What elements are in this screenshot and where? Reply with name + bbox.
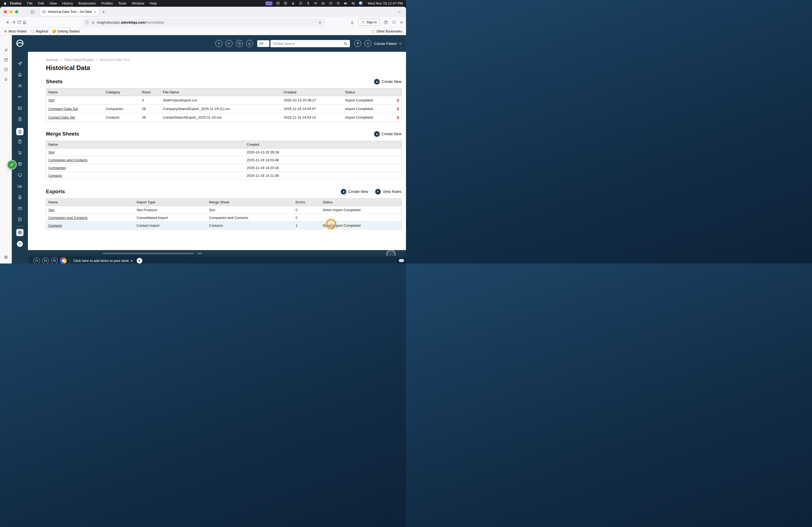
breadcrumb-item[interactable]: Settings [46, 58, 59, 62]
apple-menu-icon[interactable] [3, 1, 7, 5]
sidebar-handshake-icon[interactable] [17, 94, 22, 99]
adorbit-logo-icon[interactable] [16, 39, 24, 47]
help-button[interactable]: ? [354, 40, 361, 47]
menu-item-help[interactable]: Help [147, 1, 160, 5]
sidebar-tv-icon[interactable] [17, 172, 22, 177]
screen-share-icon[interactable] [265, 1, 273, 6]
bookmark-item[interactable]: Most Visited [4, 30, 27, 33]
export-name-link[interactable]: Slot [48, 208, 54, 212]
sheets-create-new-button[interactable]: + Create New [374, 79, 402, 85]
bookmark-item[interactable]: MagHub [31, 30, 48, 33]
clock-icon[interactable] [236, 40, 243, 47]
search-scope-select[interactable]: All [257, 40, 269, 47]
sidebar-help-icon[interactable]: ? [17, 241, 23, 247]
menu-item-tools[interactable]: Tools [116, 1, 129, 5]
user-menu-chevron-icon[interactable] [398, 42, 402, 45]
menu-hamburger-icon[interactable]: ≡ [400, 20, 403, 25]
browser-tab[interactable]: Historical Data Tool :: Ad Orbit × [40, 8, 98, 16]
play-circle-icon[interactable] [299, 1, 303, 5]
menu-item-bookmarks[interactable]: Bookmarks [76, 1, 99, 5]
user-avatar[interactable] [364, 40, 371, 47]
bluetooth-icon[interactable] [306, 1, 310, 5]
view-rules-button[interactable]: View Rules [375, 189, 402, 195]
menu-bar-clock[interactable]: Wed Nov 19 12:47 PM [367, 1, 403, 5]
colorful-asterisk-icon[interactable] [60, 257, 67, 264]
recents-clock-icon[interactable] [329, 1, 333, 5]
global-search-input[interactable] [273, 42, 344, 46]
gear-icon[interactable] [3, 255, 8, 259]
menu-item-window[interactable]: Window [129, 1, 147, 5]
bookmark-item[interactable]: Getting Started [52, 30, 79, 33]
sheet-name-link[interactable]: Company Data Set [48, 107, 78, 111]
sign-in-button[interactable]: Sign in [358, 19, 380, 26]
breadcrumb-item[interactable]: Data Import/Export [64, 58, 93, 62]
extensions-puzzle-icon[interactable] [392, 20, 396, 25]
new-tab-button[interactable]: + [102, 10, 105, 15]
sidebar-clipboard-check-icon[interactable] [17, 139, 22, 144]
sidebar-users-icon[interactable] [17, 84, 22, 88]
star-icon[interactable] [3, 77, 8, 81]
p-badge-icon[interactable] [276, 1, 280, 5]
merge-sheet-name-link[interactable]: Companies and Contacts [48, 158, 88, 162]
menu-item-firefox[interactable]: Firefox [7, 1, 24, 5]
other-bookmarks[interactable]: Other Bookmarks [372, 30, 402, 33]
bell-icon[interactable] [246, 40, 253, 47]
zoom-button[interactable] [15, 10, 18, 13]
sidebar-paper-plane-icon[interactable] [17, 61, 22, 66]
sparkle-ai-icon[interactable] [3, 48, 8, 52]
notes-icon[interactable] [284, 1, 288, 5]
envelope-icon[interactable] [42, 257, 49, 264]
spotlight-search-icon[interactable] [336, 1, 340, 5]
sidebar-database-icon[interactable] [17, 217, 22, 222]
sidebar-truck-icon[interactable] [17, 184, 22, 189]
sidebar-w2-file-icon[interactable]: W2 [17, 195, 22, 200]
sidebar-calendar-star-icon[interactable] [17, 162, 22, 166]
colorful-app-icon[interactable] [359, 1, 363, 5]
archive-box-icon[interactable] [3, 58, 8, 62]
menu-item-profiles[interactable]: Profiles [99, 1, 115, 5]
delete-row-button[interactable] [396, 107, 400, 111]
sidebar-file-lines-icon[interactable] [17, 117, 22, 122]
search-icon[interactable] [344, 42, 347, 46]
delete-row-button[interactable] [396, 115, 400, 120]
tab-list-chevron-icon[interactable] [397, 10, 401, 14]
export-name-link[interactable]: Companies and Contacts [48, 216, 88, 220]
bookmark-star-icon[interactable] [318, 20, 322, 25]
reload-icon[interactable] [17, 20, 21, 25]
sidebar-gear-icon[interactable] [16, 229, 24, 236]
close-button[interactable] [4, 10, 7, 13]
envelope-icon[interactable] [51, 257, 58, 264]
downloads-icon[interactable] [350, 20, 354, 25]
dock-hint[interactable]: Click here to add items to your dock [73, 257, 129, 264]
link-icon[interactable] [226, 40, 233, 47]
minimize-button[interactable] [10, 10, 13, 13]
sidebar-file-dollar-icon[interactable] [16, 128, 24, 135]
history-clock-icon[interactable] [3, 67, 8, 72]
lock-icon[interactable] [91, 20, 95, 25]
merge-sheets-create-new-button[interactable]: + Create New [374, 131, 402, 137]
menu-item-edit[interactable]: Edit [35, 1, 46, 5]
menu-item-history[interactable]: History [60, 1, 76, 5]
sidebar-toggle-icon[interactable] [30, 10, 35, 14]
battery-icon[interactable] [344, 1, 348, 5]
back-icon[interactable] [6, 20, 11, 25]
merge-sheet-name-link[interactable]: Contacts [48, 174, 62, 178]
delete-row-button[interactable] [396, 98, 400, 103]
sidebar-envelope-icon[interactable] [17, 206, 22, 211]
sidebar-home-icon[interactable] [17, 72, 22, 77]
containers-icon[interactable] [383, 20, 388, 25]
address-bar[interactable]: maghubscripts.adorbitqa.com/home/data/ [82, 18, 325, 26]
merge-sheet-name-link[interactable]: Slot [48, 150, 54, 154]
wifi-icon[interactable] [314, 1, 318, 5]
control-center-icon[interactable] [351, 1, 355, 5]
shield-icon[interactable] [85, 20, 89, 25]
sheet-name-link[interactable]: Slot [48, 98, 54, 102]
sidebar-image-icon[interactable] [17, 106, 22, 110]
sidebar-cart-icon[interactable] [17, 150, 22, 155]
clock-icon[interactable] [33, 257, 40, 264]
keyboard-icon[interactable] [321, 1, 325, 5]
sheet-name-link[interactable]: Contact Data Set [48, 115, 75, 119]
forward-icon[interactable] [11, 20, 16, 25]
dock-chevron-icon[interactable]: ▸ [131, 257, 133, 264]
dock-add-button[interactable]: + [137, 258, 142, 264]
